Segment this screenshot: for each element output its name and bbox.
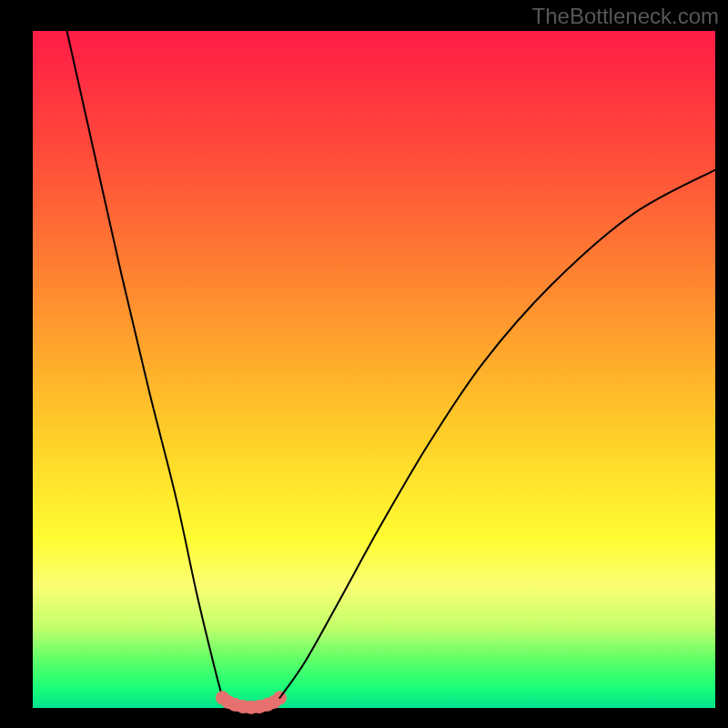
chart-container: TheBottleneck.com bbox=[0, 0, 728, 728]
chart-svg bbox=[0, 0, 728, 728]
plot-area bbox=[33, 31, 715, 708]
watermark-text: TheBottleneck.com bbox=[532, 4, 719, 29]
